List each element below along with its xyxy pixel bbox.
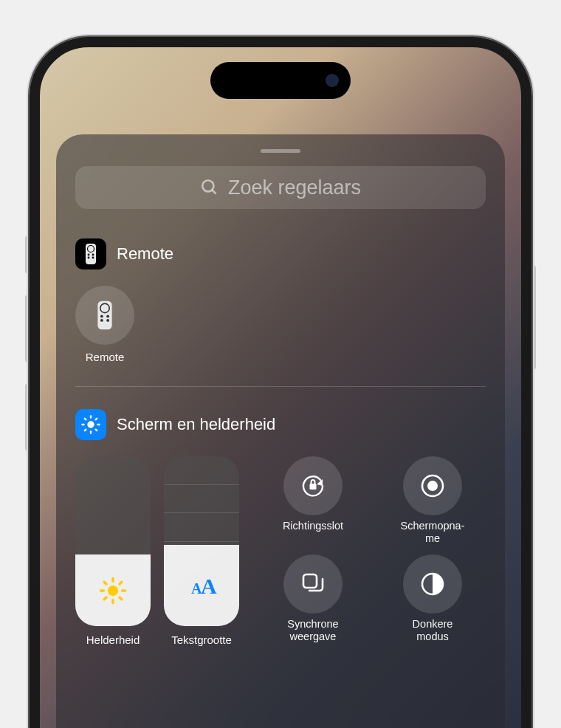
remote-icon	[97, 299, 113, 332]
dark-mode-button[interactable]: Donkere modus	[379, 554, 486, 647]
control-remote-label: Remote	[86, 351, 125, 364]
grabber-handle[interactable]	[261, 149, 300, 153]
sun-icon	[99, 577, 127, 605]
dark-mode-label: Donkere modus	[413, 618, 453, 642]
text-size-icon: A A	[183, 573, 220, 598]
rotation-lock-button[interactable]: Richtingsslot	[260, 456, 366, 549]
rotation-lock-icon	[298, 471, 328, 501]
svg-point-4	[88, 254, 90, 256]
svg-text:A: A	[201, 574, 217, 598]
dark-mode-icon	[419, 571, 446, 597]
text-size-label: Tekstgrootte	[171, 633, 232, 647]
section-divider	[75, 386, 486, 387]
svg-rect-34	[310, 484, 317, 490]
svg-line-31	[120, 582, 122, 584]
screen-record-label: Schermopna- me	[400, 520, 464, 544]
svg-point-7	[92, 257, 94, 259]
control-center-panel: Zoek regelaars Remote	[56, 134, 505, 728]
svg-line-29	[120, 597, 122, 600]
svg-point-10	[100, 315, 103, 317]
phone-frame: Zoek regelaars Remote	[30, 37, 531, 728]
section-header-remote: Remote	[75, 238, 486, 269]
brightness-slider[interactable]	[75, 456, 151, 626]
display-section-icon	[75, 409, 106, 440]
remote-section-icon	[75, 238, 106, 269]
screen-mirror-button[interactable]: Synchrone weergave	[260, 554, 366, 647]
rotation-lock-label: Richtingsslot	[283, 520, 343, 532]
svg-line-28	[104, 582, 106, 584]
phone-side-buttons-left	[25, 236, 28, 473]
search-placeholder: Zoek regelaars	[228, 176, 361, 199]
section-title-remote: Remote	[117, 244, 173, 264]
svg-point-36	[427, 481, 438, 491]
svg-line-1	[212, 190, 216, 193]
screen-mirror-label: Synchrone weergave	[287, 618, 338, 642]
svg-line-30	[104, 597, 106, 600]
svg-line-21	[85, 430, 86, 431]
svg-rect-37	[303, 574, 317, 588]
svg-point-12	[100, 319, 103, 322]
svg-line-19	[85, 419, 86, 420]
dynamic-island	[210, 62, 351, 99]
record-icon	[418, 471, 447, 501]
svg-point-6	[88, 257, 90, 259]
search-icon	[200, 178, 219, 197]
svg-point-23	[108, 586, 118, 596]
svg-line-22	[96, 419, 97, 420]
text-size-slider[interactable]: A A	[164, 456, 239, 626]
search-controls-input[interactable]: Zoek regelaars	[75, 166, 486, 209]
svg-rect-8	[97, 301, 111, 330]
svg-point-0	[202, 180, 213, 191]
svg-point-11	[106, 315, 109, 317]
svg-line-20	[96, 430, 97, 431]
screen-mirror-icon	[299, 570, 327, 598]
svg-point-14	[87, 421, 94, 427]
svg-point-5	[92, 254, 94, 256]
control-remote[interactable]: Remote	[75, 286, 134, 364]
screen-record-button[interactable]: Schermopna- me	[379, 456, 486, 549]
section-title-display: Scherm en helderheid	[117, 415, 275, 434]
svg-point-13	[106, 319, 109, 322]
brightness-label: Helderheid	[86, 633, 140, 647]
svg-rect-2	[86, 244, 96, 264]
phone-side-button-right	[533, 266, 536, 369]
section-header-display: Scherm en helderheid	[75, 409, 486, 440]
